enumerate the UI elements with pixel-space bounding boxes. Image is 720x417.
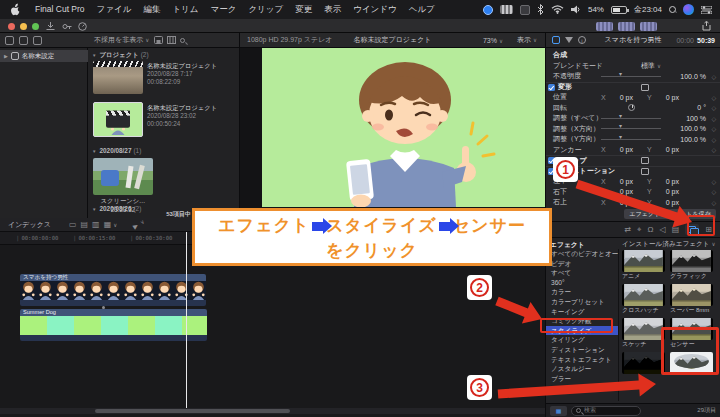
disclosure-triangle-icon[interactable]: ▶ [4,53,8,59]
keyframe-diamond-icon[interactable]: ◇ [711,125,716,132]
effect-thumbnail[interactable]: アニメ [622,250,665,281]
project-meta[interactable]: 名称未設定プロジェクト 2020/08/28 7:17 00:08:22:09 [147,62,219,86]
import-media-icon[interactable] [46,22,55,31]
effect-thumbnail[interactable]: スケッチ [622,318,665,349]
menu-item[interactable]: トリム [166,4,204,16]
inspector-row[interactable]: 右下 X0 pxY0 px ◇ [546,187,720,198]
video-inspector-icon[interactable] [552,36,560,44]
project-meta[interactable]: 名称未設定プロジェクト 2020/08/28 23:02 00:00:50:24 [147,104,219,128]
filmstrip-icon[interactable]: ▤ [672,225,680,234]
effects-category[interactable]: ディストーション [546,345,618,355]
minimize-window-button[interactable] [20,23,27,30]
xy-values[interactable]: X0 pxY0 px [601,188,679,195]
volume-tool-icon[interactable]: ◁ [660,225,666,234]
siri-icon[interactable] [683,4,694,15]
effect-thumbnail[interactable]: グラフィック [670,250,713,281]
view-dropdown[interactable]: 表示 [517,35,537,45]
close-window-button[interactable] [8,23,15,30]
effects-category[interactable]: キーイング [546,307,618,317]
slider[interactable] [601,139,661,140]
keyframe-diamond-icon[interactable]: ◇ [711,104,716,111]
inspector-row[interactable]: 調整（X方向） 100.0 % XY 100.0 % ◇ [546,124,720,135]
clip-filter-dropdown[interactable]: 不採用を非表示 [94,35,149,45]
effect-thumbnail[interactable] [622,352,665,383]
clock[interactable]: 金23:04 [634,4,662,15]
installed-effects-dropdown[interactable]: インストール済みエフェクト [622,240,715,249]
timeline-clip-generator[interactable]: Summer Dog [20,309,207,341]
inspector-row[interactable]: 調整（Y方向） 100.0 % XY 100.0 % ◇ [546,134,720,145]
keyframe-diamond-icon[interactable]: ◇ [711,136,716,143]
xy-values[interactable]: X0 pxY0 px [601,199,679,206]
pointer-tool-icon[interactable]: ► [130,217,147,232]
effects-category[interactable]: カラープリセット [546,297,618,307]
wifi-icon[interactable] [551,5,564,14]
rotation-dial-icon[interactable] [628,104,635,111]
keyframe-diamond-icon[interactable]: ◇ [711,199,716,206]
keyframe-diamond-icon[interactable]: ◇ [711,94,716,101]
playhead[interactable] [186,232,187,409]
effects-category[interactable]: ブラー [546,374,618,384]
retime-icon[interactable]: ⇄ [624,225,631,234]
effects-category[interactable]: すべてのビデオとオーディオ [546,249,618,259]
inspector-row[interactable]: 位置 X0 pxY0 px ◇ [546,92,720,103]
checkbox-icon[interactable] [548,84,555,91]
effects-category[interactable]: ビデオ [546,259,618,269]
titles-generators-icon[interactable] [33,36,42,45]
keyframe-diamond-icon[interactable]: ◇ [711,178,716,185]
timeline-toggle-button[interactable] [618,22,635,31]
share-icon[interactable] [702,21,711,31]
timeline-clip-video[interactable]: スマホを持つ男性 [20,274,206,306]
battery-icon[interactable] [611,6,627,14]
menu-item[interactable]: 編集 [137,4,166,16]
inspector-row[interactable]: ブレンドモード 標準 XY 標準 ◇ [546,61,720,72]
slider[interactable] [601,76,661,77]
inspector-toggle-button[interactable] [640,22,657,31]
effect-thumbnail[interactable]: クロスハッチ [622,284,665,315]
menu-item[interactable]: クリップ [242,4,289,16]
inspector-row[interactable]: 調整（すべて） 100 % XY 100 % ◇ [546,113,720,124]
menu-item[interactable]: 変更 [289,4,318,16]
keyframe-diamond-icon[interactable]: ◇ [711,115,716,122]
effects-category[interactable]: タイリング [546,335,618,345]
menu-item[interactable]: ファイル [91,4,138,16]
background-tasks-icon[interactable] [78,22,87,31]
project-thumbnail[interactable] [93,61,143,94]
app-status-icon[interactable] [483,5,493,15]
inspector-row[interactable]: 変形 XY ◇ [546,82,720,93]
photos-audio-icon[interactable] [19,36,28,45]
section-action-icon[interactable] [641,157,649,164]
filter-icon[interactable] [565,37,573,43]
section-action-icon[interactable] [641,168,649,175]
index-button[interactable]: インデックス [8,220,51,230]
bluetooth-icon[interactable] [537,4,544,15]
clip-appearance-icon[interactable]: ▭ [69,220,77,229]
slider[interactable] [601,128,661,129]
search-input[interactable]: 検索 [571,406,641,416]
keyframe-diamond-icon[interactable]: ◇ [711,146,716,153]
keyword-icon[interactable] [62,22,72,31]
xy-values[interactable]: X0 pxY0 px [601,146,679,153]
menu-item[interactable]: マーク [205,4,243,16]
apple-logo-icon[interactable] [10,3,21,16]
inspector-row[interactable]: 合成 XY ◇ [546,50,720,61]
search-icon[interactable] [180,38,185,43]
clip-appearance-icon[interactable]: ▦ [104,220,118,229]
clip-appearance-icon[interactable]: ▤ [81,220,89,229]
media-import-icon[interactable] [5,36,14,45]
inspector-row[interactable]: 不透明度 100.0 % XY 100.0 % ◇ [546,71,720,82]
blend-mode-dropdown[interactable]: 標準 [641,61,661,71]
effects-category[interactable]: テキストエフェクト [546,355,618,365]
keyframe-diamond-icon[interactable]: ◇ [711,188,716,195]
xy-values[interactable]: X0 pxY0 px [601,94,679,101]
effects-category[interactable]: 360° [546,278,618,288]
menu-item[interactable]: 表示 [318,4,347,16]
group-header-projects[interactable]: プロジェクト(2) [92,51,149,60]
group-header-date2[interactable]: 2020/08/26(2) [92,205,141,212]
xy-values[interactable]: X0 pxY0 px [601,178,679,185]
browser-toggle-button[interactable] [596,22,613,31]
group-header-date[interactable]: 2020/08/27(1) [92,147,141,154]
control-center-icon[interactable] [701,6,712,14]
volume-icon[interactable] [571,5,581,14]
disk-icon[interactable] [154,36,163,44]
keyboard-icon[interactable] [500,5,513,14]
